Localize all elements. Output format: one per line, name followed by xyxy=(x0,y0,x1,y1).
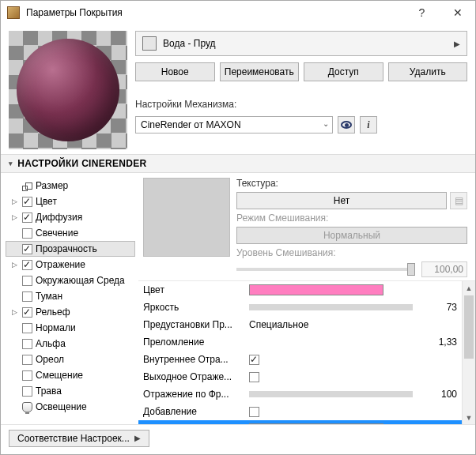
texture-thumbnail[interactable] xyxy=(143,178,230,257)
tree-checkbox[interactable] xyxy=(22,355,32,365)
tree-item[interactable]: ▷Прозрачность xyxy=(6,241,135,257)
texture-options-button[interactable]: ▤ xyxy=(450,192,467,209)
tree-item[interactable]: ▷Цвет xyxy=(6,194,135,209)
property-row[interactable]: Выходное Отраже... xyxy=(138,368,475,385)
app-icon xyxy=(7,6,20,19)
property-name: Выходное Отраже... xyxy=(143,371,246,382)
tree-item-label: Отражение xyxy=(36,259,85,270)
tree-checkbox[interactable] xyxy=(22,244,32,254)
tree-checkbox[interactable] xyxy=(22,260,32,270)
tree-item-label: Прозрачность xyxy=(36,243,97,254)
property-name: Добавление xyxy=(143,406,246,417)
engine-select[interactable]: CineRender от MAXON ⌄ xyxy=(135,116,333,133)
property-row[interactable]: Отражение по Фр...100 xyxy=(138,385,475,403)
close-button[interactable]: ✕ xyxy=(440,1,475,24)
property-row[interactable]: Преломление1,33 xyxy=(138,333,475,351)
info-icon: i xyxy=(367,119,369,131)
tree-item[interactable]: ▷Отражение xyxy=(6,257,135,273)
tree-item[interactable]: ▷Освещение xyxy=(6,399,135,415)
tree-expander-icon[interactable]: ▷ xyxy=(9,213,19,221)
property-value[interactable]: 73 xyxy=(249,302,457,313)
tree-item[interactable]: ▷Туман xyxy=(6,288,135,304)
new-button[interactable]: Новое xyxy=(135,62,215,81)
eye-icon xyxy=(341,121,352,129)
tree-item[interactable]: ▷Диффузия xyxy=(6,209,135,225)
tree-item-label: Нормали xyxy=(36,322,76,333)
tree-item[interactable]: ▷Рельеф xyxy=(6,304,135,320)
property-checkbox[interactable] xyxy=(249,407,259,417)
caret-down-icon: ▾ xyxy=(9,160,13,167)
tree-checkbox[interactable] xyxy=(22,386,32,397)
property-row[interactable]: Внутреннее Отра... xyxy=(138,351,475,368)
tree-checkbox[interactable] xyxy=(22,339,32,349)
property-row[interactable]: Предустановки Пр...Специальное xyxy=(138,316,475,333)
tree-item[interactable]: ▷Окружающая Среда xyxy=(6,273,135,288)
property-row[interactable]: Добавление xyxy=(138,403,475,420)
value-number: 1,33 xyxy=(249,337,457,348)
match-settings-button[interactable]: Соответствие Настроек... ▶ xyxy=(9,430,149,447)
tree-item-label: Диффузия xyxy=(36,212,82,223)
property-row[interactable]: Яркость73 xyxy=(138,299,475,316)
preview-eye-button[interactable] xyxy=(338,116,355,133)
property-value[interactable]: Специальное xyxy=(249,319,457,330)
tree-checkbox[interactable] xyxy=(22,228,32,239)
color-swatch[interactable] xyxy=(249,423,383,424)
scroll-down-icon[interactable]: ▼ xyxy=(463,411,475,424)
tree-item[interactable]: ▷Свечение xyxy=(6,225,135,241)
tree-expander-icon[interactable]: ▷ xyxy=(9,308,19,316)
color-swatch[interactable] xyxy=(249,284,383,295)
material-selector[interactable]: Вода - Пруд ▶ xyxy=(135,31,467,56)
tree-checkbox[interactable] xyxy=(22,307,32,318)
help-button[interactable]: ? xyxy=(404,1,440,24)
scrollbar[interactable]: ▲ ▼ xyxy=(462,281,475,424)
texture-controls: Текстура: Нет ▤ Режим Смешивания: Нормал… xyxy=(236,178,467,277)
property-name: Отражение по Фр... xyxy=(143,389,246,400)
property-row[interactable]: Цвет xyxy=(138,281,475,299)
blend-mode-label: Режим Смешивания: xyxy=(236,212,467,224)
value-number: 73 xyxy=(417,302,457,313)
tree-item[interactable]: ▷Размер xyxy=(6,178,135,194)
property-value[interactable]: 1,33 xyxy=(249,337,457,348)
scroll-thumb[interactable] xyxy=(464,295,474,359)
tree-checkbox[interactable] xyxy=(22,323,32,333)
property-value[interactable] xyxy=(249,355,457,365)
lightbulb-icon xyxy=(22,402,32,412)
property-value[interactable] xyxy=(249,372,457,382)
rename-button[interactable]: Переименовать xyxy=(220,62,300,81)
delete-button[interactable]: Удалить xyxy=(388,62,468,81)
window-title: Параметры Покрытия xyxy=(26,7,404,18)
engine-label: Настройки Механизма: xyxy=(135,99,467,110)
property-checkbox[interactable] xyxy=(249,372,259,382)
property-value[interactable]: 100 xyxy=(249,389,457,400)
property-value[interactable] xyxy=(249,284,383,295)
tree-item-label: Альфа xyxy=(36,338,66,349)
tree-checkbox[interactable] xyxy=(22,212,32,223)
tree-expander-icon[interactable]: ▷ xyxy=(9,197,19,205)
tree-checkbox[interactable] xyxy=(22,291,32,302)
channel-tree: ▷Размер▷Цвет▷Диффузия▷Свечение▷Прозрачно… xyxy=(1,173,138,424)
value-bar[interactable] xyxy=(249,391,413,397)
info-button[interactable]: i xyxy=(360,116,377,133)
engine-row: CineRender от MAXON ⌄ i xyxy=(135,116,467,133)
access-button[interactable]: Доступ xyxy=(304,62,383,81)
property-value[interactable] xyxy=(249,423,383,424)
texture-picker-button[interactable]: Нет xyxy=(236,192,447,209)
tree-item[interactable]: ▷Нормали xyxy=(6,320,135,336)
property-value[interactable] xyxy=(249,407,457,417)
property-name: Внутреннее Отра... xyxy=(143,354,246,365)
tree-checkbox[interactable] xyxy=(22,370,32,381)
tree-checkbox[interactable] xyxy=(22,276,32,286)
property-row[interactable]: Цвет Поглощения xyxy=(138,420,475,424)
tree-item[interactable]: ▷Альфа xyxy=(6,336,135,352)
tree-item[interactable]: ▷Смещение xyxy=(6,367,135,383)
value-bar[interactable] xyxy=(249,304,413,310)
tree-item[interactable]: ▷Ореол xyxy=(6,352,135,367)
tree-item[interactable]: ▷Трава xyxy=(6,383,135,399)
tree-expander-icon[interactable]: ▷ xyxy=(9,261,19,269)
scroll-up-icon[interactable]: ▲ xyxy=(463,281,475,295)
property-name: Яркость xyxy=(143,302,246,313)
cinerender-section-header[interactable]: ▾ НАСТРОЙКИ CINERENDER xyxy=(1,154,475,173)
engine-selected: CineRender от MAXON xyxy=(141,119,241,130)
property-checkbox[interactable] xyxy=(249,355,259,365)
tree-checkbox[interactable] xyxy=(22,197,32,207)
